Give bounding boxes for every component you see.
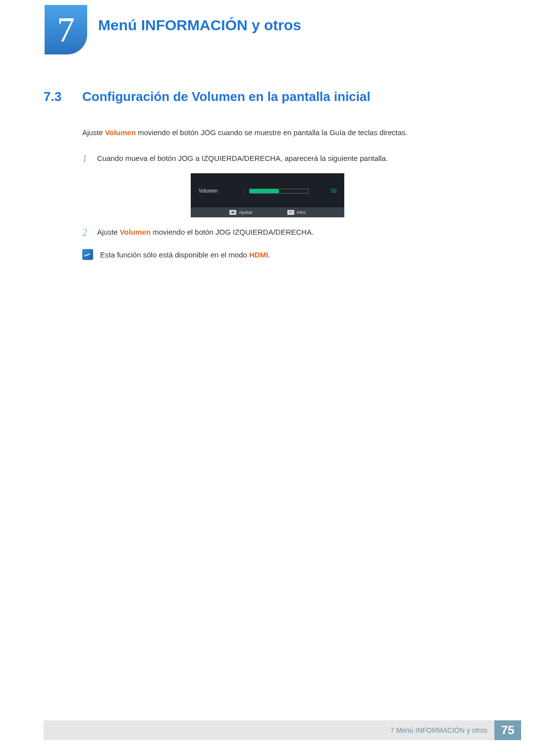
note-pre: Esta función sólo está disponible en el … (100, 251, 249, 259)
step-1: 1 Cuando mueva el botón JOG a IZQUIERDA/… (82, 152, 491, 164)
step-2-text: Ajuste Volumen moviendo el botón JOG IZQ… (97, 226, 491, 238)
note-text: Esta función sólo está disponible en el … (100, 249, 270, 261)
note-icon (82, 249, 93, 260)
osd-adjust-hint: ◂▸ Ajustar (229, 210, 253, 215)
intro-paragraph: Ajuste Volumen moviendo el botón JOG cua… (82, 127, 491, 139)
section-number: 7.3 (44, 89, 82, 104)
step-2-number: 2 (82, 226, 97, 238)
step-1-number: 1 (82, 152, 97, 164)
chapter-badge: 7 (45, 5, 87, 54)
step-2: 2 Ajuste Volumen moviendo el botón JOG I… (82, 226, 491, 238)
left-right-icon: ◂▸ (229, 210, 236, 215)
step-2-pre: Ajuste (97, 228, 120, 236)
osd-footer: ◂▸ Ajustar ↵ Intro (191, 207, 344, 217)
enter-icon: ↵ (287, 210, 294, 215)
note-post: . (268, 251, 270, 259)
osd-label: Volumen (199, 188, 243, 194)
osd-panel: Volumen : 50 ◂▸ Ajustar ↵ Intro (191, 173, 344, 217)
section-heading: 7.3 Configuración de Volumen en la panta… (44, 89, 491, 104)
osd-adjust-label: Ajustar (239, 210, 253, 215)
step-2-bold: Volumen (120, 228, 151, 236)
intro-pre: Ajuste (82, 128, 105, 137)
osd-colon: : (243, 188, 249, 194)
note-bold: HDMI (249, 251, 268, 259)
page-number: 75 (494, 720, 521, 740)
osd-enter-label: Intro (297, 210, 306, 215)
section-title: Configuración de Volumen en la pantalla … (82, 89, 371, 104)
chapter-number: 7 (45, 5, 87, 54)
osd-screenshot: Volumen : 50 ◂▸ Ajustar ↵ Intro (44, 173, 491, 217)
note-row: Esta función sólo está disponible en el … (82, 249, 491, 261)
page-header: 7 Menú INFORMACIÓN y otros (0, 0, 535, 54)
chapter-title: Menú INFORMACIÓN y otros (98, 17, 301, 34)
step-1-text: Cuando mueva el botón JOG a IZQUIERDA/DE… (97, 152, 491, 164)
osd-enter-hint: ↵ Intro (287, 210, 306, 215)
footer-text: 7 Menú INFORMACIÓN y otros (44, 720, 494, 740)
intro-bold: Volumen (105, 128, 136, 137)
osd-progress-bar (249, 189, 309, 194)
intro-post: moviendo el botón JOG cuando se muestre … (136, 128, 408, 137)
osd-progress-fill (250, 189, 279, 193)
osd-value: 50 (331, 188, 336, 194)
osd-row: Volumen : 50 (199, 188, 336, 194)
content-area: 7.3 Configuración de Volumen en la panta… (0, 54, 535, 261)
step-2-post: moviendo el botón JOG IZQUIERDA/DERECHA. (151, 228, 314, 236)
page-footer: 7 Menú INFORMACIÓN y otros 75 (44, 720, 521, 740)
